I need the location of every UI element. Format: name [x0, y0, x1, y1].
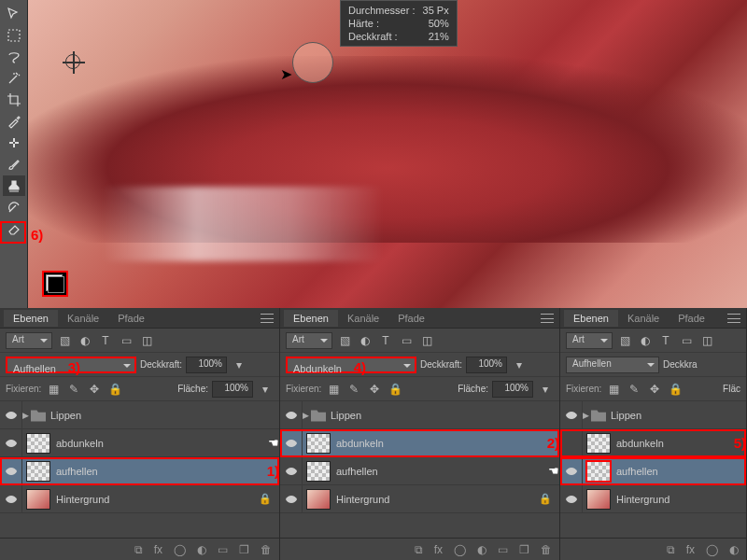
tab-paths[interactable]: Pfade — [669, 310, 714, 327]
visibility-toggle[interactable] — [560, 485, 583, 513]
blend-mode-dropdown[interactable]: Aufhellen 3) — [6, 357, 136, 373]
layer-background[interactable]: Hintergrund — [560, 485, 746, 513]
opacity-input[interactable]: 100% — [186, 357, 227, 373]
layer-abdunkeln[interactable]: abdunkeln ☚ — [0, 429, 279, 457]
lock-pos-icon[interactable]: ✥ — [86, 381, 103, 398]
filter-type-icon[interactable]: T — [377, 332, 394, 349]
lock-paint-icon[interactable]: ✎ — [345, 381, 362, 398]
new-layer-icon[interactable]: ❐ — [239, 543, 249, 556]
visibility-toggle[interactable] — [0, 457, 22, 485]
filter-type-icon[interactable]: T — [657, 332, 674, 349]
tab-layers[interactable]: Ebenen — [4, 310, 58, 327]
visibility-toggle[interactable] — [280, 429, 303, 457]
lock-pos-icon[interactable]: ✥ — [366, 381, 383, 398]
tab-layers[interactable]: Ebenen — [284, 310, 338, 327]
layer-background[interactable]: Hintergrund 🔒 — [280, 485, 559, 513]
move-tool[interactable] — [3, 4, 25, 24]
canvas[interactable]: ➤ Durchmesser :35 Px Härte :50% Deckkraf… — [28, 0, 747, 308]
filter-adjust-icon[interactable]: ◐ — [637, 332, 654, 349]
panel-menu-icon[interactable] — [541, 314, 554, 323]
fill-input[interactable]: 100% — [492, 381, 533, 398]
blend-mode-dropdown[interactable]: Aufhellen — [566, 357, 659, 373]
visibility-toggle[interactable] — [280, 457, 303, 485]
lock-all-icon[interactable]: 🔒 — [106, 381, 123, 398]
group-icon[interactable]: ▭ — [498, 543, 508, 556]
filter-adjust-icon[interactable]: ◐ — [357, 332, 374, 349]
opacity-arrow-icon[interactable]: ▾ — [231, 357, 247, 373]
filter-shape-icon[interactable]: ▭ — [398, 332, 415, 349]
adjustment-icon[interactable]: ◐ — [197, 543, 206, 556]
filter-dropdown[interactable]: Art — [6, 332, 52, 349]
trash-icon[interactable]: 🗑 — [541, 543, 552, 556]
filter-image-icon[interactable]: ▧ — [56, 332, 73, 349]
lock-all-icon[interactable]: 🔒 — [667, 381, 684, 398]
marquee-tool[interactable] — [3, 25, 25, 46]
layer-group-lippen[interactable]: ▶ Lippen — [0, 401, 279, 429]
link-icon[interactable]: ⧉ — [667, 543, 675, 556]
tab-layers[interactable]: Ebenen — [564, 310, 618, 327]
mask-icon[interactable]: ◯ — [454, 543, 466, 556]
fill-input[interactable]: 100% — [212, 381, 253, 398]
layer-aufhellen[interactable]: aufhellen — [560, 457, 746, 485]
fx-icon[interactable]: fx — [434, 543, 443, 556]
filter-smart-icon[interactable]: ◫ — [698, 332, 715, 349]
layer-background[interactable]: Hintergrund 🔒 — [0, 485, 279, 513]
lock-pos-icon[interactable]: ✥ — [646, 381, 663, 398]
filter-adjust-icon[interactable]: ◐ — [77, 332, 93, 349]
layer-aufhellen[interactable]: aufhellen 1) — [0, 457, 279, 485]
visibility-toggle[interactable] — [560, 401, 583, 429]
lock-trans-icon[interactable]: ▦ — [605, 381, 622, 398]
layer-aufhellen[interactable]: aufhellen ☚ — [280, 457, 559, 485]
brush-tool[interactable] — [3, 154, 25, 175]
new-layer-icon[interactable]: ❐ — [519, 543, 529, 556]
visibility-toggle[interactable] — [0, 429, 22, 457]
fill-arrow-icon[interactable]: ▾ — [537, 381, 554, 398]
tab-channels[interactable]: Kanäle — [58, 310, 108, 327]
layer-group-lippen[interactable]: ▶ Lippen — [560, 401, 746, 429]
lock-trans-icon[interactable]: ▦ — [45, 381, 62, 398]
lock-trans-icon[interactable]: ▦ — [325, 381, 342, 398]
filter-image-icon[interactable]: ▧ — [336, 332, 353, 349]
layer-abdunkeln[interactable]: abdunkeln 2) — [280, 429, 559, 457]
history-brush-tool[interactable] — [3, 197, 25, 217]
visibility-toggle[interactable] — [0, 485, 22, 513]
tab-channels[interactable]: Kanäle — [338, 310, 388, 327]
adjustment-icon[interactable]: ◐ — [477, 543, 486, 556]
trash-icon[interactable]: 🗑 — [261, 543, 272, 556]
link-icon[interactable]: ⧉ — [415, 543, 423, 556]
visibility-toggle[interactable] — [0, 401, 22, 429]
filter-smart-icon[interactable]: ◫ — [138, 332, 155, 349]
layer-abdunkeln[interactable]: abdunkeln 5) — [560, 429, 746, 457]
fill-arrow-icon[interactable]: ▾ — [257, 381, 274, 398]
filter-shape-icon[interactable]: ▭ — [678, 332, 695, 349]
adjustment-icon[interactable]: ◐ — [729, 543, 739, 556]
blend-mode-dropdown[interactable]: Abdunkeln 4) — [286, 357, 416, 373]
panel-menu-icon[interactable] — [261, 314, 274, 323]
mask-icon[interactable]: ◯ — [174, 543, 186, 556]
wand-tool[interactable] — [3, 68, 25, 89]
visibility-toggle[interactable] — [560, 429, 583, 457]
tab-channels[interactable]: Kanäle — [618, 310, 669, 327]
eyedropper-tool[interactable] — [3, 111, 25, 132]
group-icon[interactable]: ▭ — [218, 543, 228, 556]
panel-menu-icon[interactable] — [727, 314, 740, 323]
filter-shape-icon[interactable]: ▭ — [118, 332, 134, 349]
visibility-toggle[interactable] — [560, 457, 583, 485]
filter-smart-icon[interactable]: ◫ — [418, 332, 435, 349]
lock-paint-icon[interactable]: ✎ — [65, 381, 82, 398]
lock-paint-icon[interactable]: ✎ — [626, 381, 642, 398]
filter-type-icon[interactable]: T — [97, 332, 114, 349]
tab-paths[interactable]: Pfade — [388, 310, 434, 327]
visibility-toggle[interactable] — [280, 401, 303, 429]
opacity-arrow-icon[interactable]: ▾ — [511, 357, 528, 373]
filter-dropdown[interactable]: Art — [566, 332, 613, 349]
tab-paths[interactable]: Pfade — [108, 310, 154, 327]
fx-icon[interactable]: fx — [686, 543, 695, 556]
link-icon[interactable]: ⧉ — [134, 543, 143, 556]
opacity-input[interactable]: 100% — [466, 357, 507, 373]
filter-dropdown[interactable]: Art — [286, 332, 332, 349]
crop-tool[interactable] — [3, 90, 25, 110]
mask-icon[interactable]: ◯ — [706, 543, 718, 556]
stamp-tool[interactable] — [3, 175, 25, 196]
visibility-toggle[interactable] — [280, 485, 303, 513]
